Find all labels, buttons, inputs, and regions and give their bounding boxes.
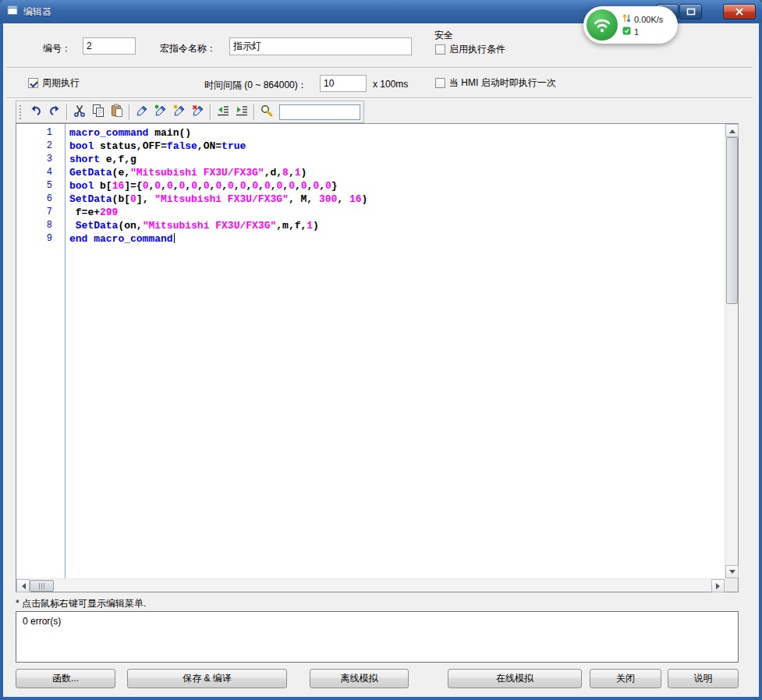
arrow-down-icon: [729, 570, 735, 577]
bookmark-previous-button[interactable]: [170, 103, 189, 122]
toolbar-separator: [129, 104, 130, 120]
enable-condition-checkbox[interactable]: 启用执行条件: [435, 43, 505, 56]
bookmark-toggle-button[interactable]: [133, 103, 151, 122]
enable-condition-label: 启用执行条件: [449, 43, 505, 56]
editor-toolbar: [16, 101, 364, 123]
macro-name-input[interactable]: [229, 37, 412, 55]
code-line[interactable]: 2bool status,OFF=false,ON=true: [16, 140, 725, 153]
code-line[interactable]: 5bool b[16]={0,0,0,0,0,0,0,0,0,0,0,0,0,0…: [16, 179, 725, 193]
offline-simulate-button[interactable]: 离线模拟: [310, 669, 409, 688]
bookmark-next-icon: [154, 104, 168, 121]
search-icon: [260, 104, 274, 121]
arrow-left-icon: [19, 583, 26, 589]
copy-button[interactable]: [89, 103, 108, 122]
line-number: 9: [16, 232, 52, 246]
number-input[interactable]: [83, 37, 136, 55]
interval-label: 时间间隔 (0 ~ 864000)：: [204, 79, 307, 92]
indent-decrease-icon: [216, 104, 230, 121]
horizontal-scroll-thumb[interactable]: [30, 580, 54, 592]
green-badge-icon: [622, 27, 631, 37]
line-number: 1: [16, 126, 52, 140]
code-line[interactable]: 6SetData(b[0], "Mitsubishi FX3U/FX3G", M…: [16, 193, 725, 206]
network-speed-text: 0.00K/s: [634, 15, 663, 24]
toolbar-separator: [210, 104, 211, 120]
search-button[interactable]: [257, 103, 276, 122]
edit-hint-text: * 点击鼠标右键可显示编辑菜单.: [16, 597, 146, 610]
scroll-down-button[interactable]: [725, 565, 739, 578]
paste-button[interactable]: [108, 103, 126, 122]
periodic-checkbox[interactable]: 周期执行: [28, 76, 80, 90]
badge-count-text: 1: [634, 27, 639, 37]
compile-output-box[interactable]: 0 error(s): [16, 611, 739, 663]
line-number: 3: [16, 153, 52, 166]
indent-increase-icon: [235, 104, 249, 121]
code-line[interactable]: 1macro_command main(): [16, 126, 725, 140]
number-label: 编号：: [43, 42, 71, 55]
network-speed-overlay[interactable]: 0.00K/s 1: [583, 6, 678, 44]
bookmark-clear-button[interactable]: [189, 103, 207, 122]
updown-arrows-icon: [622, 13, 631, 25]
bookmark-clear-icon: [191, 104, 205, 121]
functions-button[interactable]: 函数...: [16, 669, 115, 688]
window-title: 编辑器: [23, 5, 51, 19]
code-line[interactable]: 4GetData(e,"Mitsubishi FX3U/FX3G",d,8,1): [16, 166, 725, 179]
help-button[interactable]: 说明: [668, 669, 739, 688]
indent-increase-button[interactable]: [232, 103, 251, 122]
scroll-up-button[interactable]: [725, 124, 739, 137]
code-line[interactable]: 8 SetData(on,"Mitsubishi FX3U/FX3G",m,f,…: [16, 219, 725, 232]
run-on-start-checkbox[interactable]: 当 HMI 启动时即执行一次: [435, 76, 556, 90]
close-button[interactable]: [723, 4, 756, 19]
text-caret: [174, 233, 175, 243]
online-simulate-button[interactable]: 在线模拟: [448, 669, 582, 688]
section-divider: [6, 67, 753, 69]
vertical-scrollbar[interactable]: [725, 124, 738, 578]
gutter-divider: [65, 124, 66, 578]
code-line[interactable]: 3short e,f,g: [16, 153, 725, 166]
horizontal-scrollbar[interactable]: [16, 578, 725, 592]
save-compile-button[interactable]: 保存 & 编译: [127, 669, 287, 688]
redo-icon: [48, 104, 62, 121]
toolbar-search-input[interactable]: [279, 104, 360, 120]
security-label: 安全: [434, 29, 453, 42]
interval-input[interactable]: [320, 75, 367, 92]
copy-icon: [91, 104, 105, 121]
periodic-label: 周期执行: [42, 76, 80, 90]
line-number: 4: [16, 166, 52, 179]
code-line[interactable]: 7 f=e+299: [16, 206, 725, 219]
scroll-right-button[interactable]: [711, 579, 725, 592]
redo-button[interactable]: [45, 103, 64, 122]
indent-decrease-button[interactable]: [214, 103, 232, 122]
cut-icon: [73, 104, 87, 121]
wifi-icon: [587, 9, 618, 41]
bookmark-previous-icon: [172, 104, 186, 121]
section-divider: [6, 97, 753, 99]
compile-output-text: 0 error(s): [23, 616, 61, 627]
undo-button[interactable]: [27, 103, 45, 122]
code-pane[interactable]: 1macro_command main()2bool status,OFF=fa…: [16, 124, 725, 578]
checkbox-box[interactable]: [435, 44, 445, 55]
bookmark-toggle-icon: [135, 104, 149, 121]
line-number: 8: [16, 219, 52, 232]
undo-icon: [29, 104, 43, 121]
toolbar-grip[interactable]: [19, 105, 23, 119]
cut-button[interactable]: [70, 103, 89, 122]
app-icon: [7, 5, 19, 19]
checkbox-box[interactable]: [435, 78, 445, 88]
close-dialog-button[interactable]: 关闭: [590, 669, 661, 688]
code-line[interactable]: 9end macro_command: [16, 232, 725, 246]
line-number: 6: [16, 193, 52, 206]
line-number: 2: [16, 140, 52, 153]
toolbar-separator: [66, 104, 68, 120]
scroll-left-button[interactable]: [16, 579, 30, 592]
code-editor[interactable]: 1macro_command main()2bool status,OFF=fa…: [16, 123, 739, 592]
line-number: 7: [16, 206, 52, 219]
vertical-scroll-thumb[interactable]: [726, 137, 738, 304]
scrollbar-corner: [725, 578, 738, 592]
maximize-button[interactable]: [679, 4, 702, 19]
checkbox-box[interactable]: [28, 78, 38, 88]
line-number: 5: [16, 179, 52, 193]
interval-unit-label: x 100ms: [373, 79, 408, 90]
run-on-start-label: 当 HMI 启动时即执行一次: [449, 76, 556, 90]
bookmark-next-button[interactable]: [151, 103, 170, 122]
toolbar-separator: [253, 104, 255, 120]
